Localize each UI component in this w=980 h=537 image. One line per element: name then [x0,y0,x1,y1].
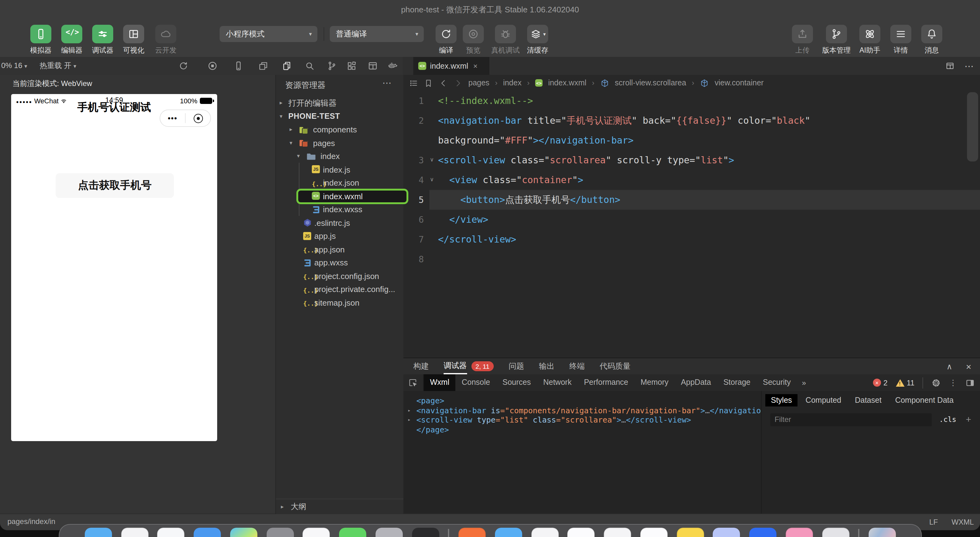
dock-icon-appstore-blue[interactable] [749,528,776,537]
tree-item-PHONE-TEST[interactable]: ▾PHONE-TEST [276,110,410,123]
toolbar-button-消息[interactable]: 消息 [913,25,950,55]
toolbar-button-调试器[interactable]: 调试器 [85,25,121,55]
tree-item-index[interactable]: ▾index [276,150,410,163]
hot-reload-toggle[interactable]: 热重载 开 ▾ [40,57,76,75]
styles-tab-Component Data[interactable]: Component Data [890,394,959,407]
tree-item-index.wxss[interactable]: index.wxss [276,203,410,216]
code-line-4[interactable]: 4∨ <view class="container"> [403,170,980,190]
capsule-close-icon[interactable] [186,114,210,123]
editor-scrollbar[interactable] [967,92,978,162]
expand-arrow-icon[interactable]: ▸ [408,405,411,415]
tab-index-wxml[interactable]: <> index.wxml × [413,57,489,75]
dock-icon-app-orange[interactable] [458,528,486,537]
capsule-menu-dots[interactable]: ••• [160,114,185,122]
devtools-tab-Security[interactable]: Security [757,374,797,391]
dock-icon-trash[interactable] [869,528,896,537]
refresh-icon[interactable] [178,60,189,71]
dock-icon-photos[interactable] [303,528,330,537]
breadcrumb-item[interactable]: index [503,79,522,87]
dock-icon-app-white-3[interactable] [568,528,595,537]
dock-icon-app-white-4[interactable] [604,528,631,537]
macos-dock[interactable] [59,524,922,537]
toolbar-button-可视化[interactable]: 可视化 [116,25,151,55]
tree-item-index.js[interactable]: JSindex.js [276,163,410,176]
tree-item-index.wxml[interactable]: <>index.wxml [276,190,410,203]
code-line-6[interactable]: 6 </view> [403,210,980,230]
fold-caret-icon[interactable]: ∨ [428,150,436,169]
dock-icon-app-white-1[interactable] [121,528,148,537]
explorer-menu-icon[interactable]: ⋯ [382,77,392,89]
error-counter[interactable]: ×2 [873,378,888,387]
warning-counter[interactable]: !11 [896,378,915,387]
code-line-1[interactable]: 1<!--index.wxml--> [403,91,980,111]
eol-indicator[interactable]: LF [929,518,938,526]
code-line-3[interactable]: 3∨<scroll-view class="scrollarea" scroll… [403,150,980,170]
phone-simulator[interactable]: ●●●●● WeChat 100% 14:59 手机号认证测试 ••• 点击获取… [11,94,217,441]
tree-item-app.json[interactable]: {..}app.json [276,243,410,256]
kebab-menu-icon[interactable]: ⋮ [949,378,957,387]
styles-tab-Styles[interactable]: Styles [765,394,797,407]
dock-icon-safari[interactable] [158,528,185,537]
toolbar-button-真机调试[interactable]: 真机调试 [486,25,525,55]
forward-arrow-icon[interactable] [453,78,463,87]
list-icon[interactable] [409,78,418,87]
dock-icon-app-blue[interactable] [194,528,221,537]
styles-tab-Dataset[interactable]: Dataset [849,394,887,407]
language-indicator[interactable]: WXML [951,518,974,526]
git-branch-icon[interactable] [327,60,337,71]
mode-select[interactable]: 小程序模式 ▾ [220,26,317,42]
tree-item-.eslintrc.js[interactable]: .eslintrc.js [276,216,410,230]
compile-mode-select[interactable]: 普通编译 ▾ [330,26,424,42]
debug-tab-输出[interactable]: 输出 [539,358,554,374]
tree-item-project.config.json[interactable]: {..}project.config.json [276,269,410,283]
breadcrumb-item[interactable]: scroll-view.scrollarea [615,79,686,87]
dock-icon-app-gray[interactable] [266,528,294,537]
debug-tab-代码质量[interactable]: 代码质量 [600,358,630,374]
stop-record-icon[interactable] [207,60,218,71]
code-editor[interactable]: 1<!--index.wxml-->2<navigation-bar title… [403,91,980,357]
dock-icon-app-lightblue[interactable] [495,528,522,537]
debug-tab-构建[interactable]: 构建 [413,358,429,374]
dock-icon-app-lavender[interactable] [713,528,740,537]
layout-window-icon[interactable] [368,60,378,71]
outline-section[interactable]: ▸ 大纲 [276,499,403,514]
search-icon[interactable] [304,60,315,71]
dock-icon-app-lightgray[interactable] [822,528,849,537]
code-line-7[interactable]: 7</scroll-view> [403,230,980,249]
devtools-tab-Storage[interactable]: Storage [717,374,757,391]
breadcrumb-item[interactable]: view.container [714,79,764,87]
toolbar-button-清缓存[interactable]: ▾清缓存 [520,25,555,55]
debug-tab-调试器[interactable]: 调试器2, 11 [444,358,494,374]
tree-item-sitemap.json[interactable]: {..}sitemap.json [276,296,410,309]
fold-caret-icon[interactable]: ∨ [428,170,436,189]
dom-tree-line[interactable]: ▸<navigation-bar is="components/navigati… [403,405,761,415]
tree-item-components[interactable]: ▸components [276,123,410,137]
tree-item-project.private.config...[interactable]: {..}project.private.config... [276,283,410,296]
devtools-tab-Memory[interactable]: Memory [635,374,675,391]
split-editor-icon[interactable] [945,61,955,70]
dock-icon-messages-green[interactable] [339,528,366,537]
files-activity-icon[interactable] [282,60,292,71]
dock-icon-app-white-2[interactable] [531,528,558,537]
toolbar-button-模拟器[interactable]: 模拟器 [23,25,59,55]
dock-icon-app-gray-2[interactable] [375,528,403,537]
close-panel-icon[interactable]: × [966,361,971,372]
code-line-8[interactable]: 8 [403,249,980,269]
dock-icon-app-black[interactable] [412,528,439,537]
toolbar-button-编辑器[interactable]: </>编辑器 [54,25,90,55]
toolbar-button-上传[interactable]: 上传 [784,25,821,55]
devtools-tab-Wxml[interactable]: Wxml [424,374,456,391]
miniprogram-capsule[interactable]: ••• [160,110,211,127]
toolbar-button-云开发[interactable]: 云开发 [148,25,184,55]
toolbar-button-版本管理[interactable]: 版本管理 [817,25,856,55]
collapse-panel-icon[interactable]: ∧ [946,362,952,371]
styles-filter-input[interactable]: Filter [770,413,932,426]
tree-item-app.wxss[interactable]: app.wxss [276,256,410,269]
dock-icon-maps[interactable] [230,528,258,537]
devtools-tab-Network[interactable]: Network [537,374,578,391]
get-phone-number-button[interactable]: 点击获取手机号 [56,173,174,198]
code-line-5[interactable]: 5 <button>点击获取手机号</button> [403,190,980,210]
styles-tab-Computed[interactable]: Computed [800,394,847,407]
breadcrumb-item[interactable]: pages [468,79,489,87]
devtools-tab-AppData[interactable]: AppData [675,374,717,391]
